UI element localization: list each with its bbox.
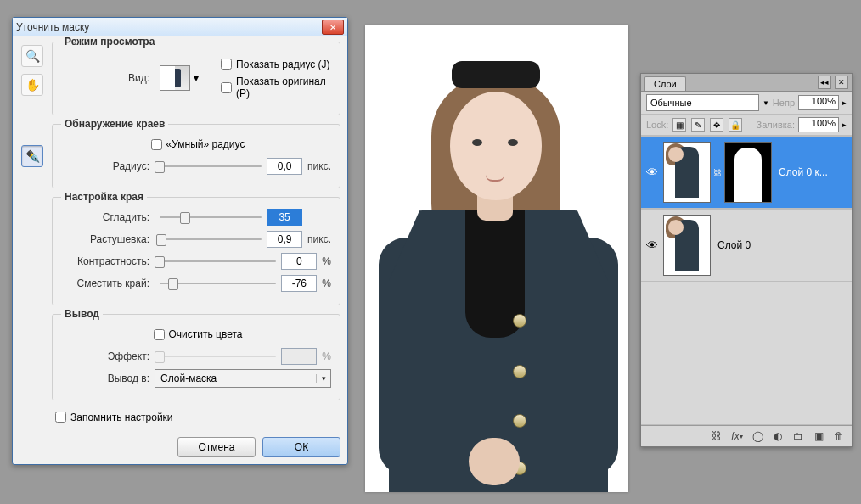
opacity-input[interactable]: 100% (798, 95, 839, 110)
decontaminate-checkbox[interactable] (154, 329, 165, 340)
hand-tool-icon[interactable]: ✋ (21, 74, 43, 96)
show-radius-checkbox[interactable] (221, 59, 232, 70)
view-thumb-icon (160, 65, 190, 91)
chevron-down-icon: ▾ (316, 374, 330, 383)
feather-slider[interactable] (160, 238, 262, 240)
link-layers-icon[interactable]: ⛓ (709, 429, 724, 443)
chevron-down-icon: ▼ (763, 99, 769, 107)
lock-position-icon[interactable]: ✥ (710, 118, 723, 132)
edge-detection-legend: Обнаружение краев (61, 118, 168, 130)
layer-list[interactable]: 👁 ⛓ Слой 0 к... 👁 Слой 0 (641, 136, 852, 425)
show-radius-label: Показать радиус (J) (236, 59, 330, 70)
view-label: Вид: (61, 72, 155, 84)
blend-mode-combo[interactable]: Обычные (646, 94, 759, 111)
contrast-unit: % (322, 255, 331, 267)
shift-edge-slider[interactable] (160, 283, 276, 284)
view-mode-section: Режим просмотра Вид: ▾ Показать радиус (… (52, 42, 340, 115)
new-group-icon[interactable]: 🗀 (791, 429, 806, 443)
radius-label: Радиус: (61, 160, 155, 172)
view-mode-picker[interactable]: ▾ (155, 64, 200, 92)
visibility-icon[interactable]: 👁 (643, 238, 661, 252)
contrast-slider[interactable] (160, 260, 276, 262)
new-layer-icon[interactable]: ▣ (811, 429, 826, 443)
remember-settings-label: Запомнить настройки (70, 412, 173, 423)
lock-transparency-icon[interactable]: ▦ (672, 118, 686, 132)
layer-name[interactable]: Слой 0 к... (774, 166, 850, 178)
canvas-image (365, 25, 628, 492)
link-mask-icon[interactable]: ⛓ (712, 168, 723, 177)
radius-slider[interactable] (160, 165, 262, 167)
smart-radius-label: «Умный» радиус (166, 138, 245, 150)
smooth-label: Сгладить: (61, 211, 155, 223)
radius-unit: пикс. (307, 160, 331, 172)
effect-input (281, 348, 317, 365)
effect-unit: % (322, 350, 331, 362)
output-section: Вывод Очистить цвета Эффект: % Вывод в: … (52, 314, 340, 400)
layers-panel: Слои ◂◂ ✕ Обычные ▼ Непр 100% ▸ Lock: ▦ … (640, 73, 853, 447)
chevron-right-icon[interactable]: ▸ (842, 120, 847, 129)
zoom-tool-icon[interactable]: 🔍 (21, 45, 43, 67)
visibility-icon[interactable]: 👁 (643, 165, 661, 179)
output-legend: Вывод (61, 308, 103, 320)
panel-collapse-icon[interactable]: ◂◂ (818, 76, 831, 89)
fill-input[interactable]: 100% (798, 117, 839, 132)
edge-detection-section: Обнаружение краев «Умный» радиус Радиус:… (52, 124, 340, 188)
add-mask-icon[interactable]: ◯ (750, 429, 765, 443)
shift-edge-input[interactable] (281, 275, 317, 292)
smooth-input[interactable] (267, 209, 302, 226)
layer-fx-icon[interactable]: fx▾ (729, 429, 745, 443)
lock-label: Lock: (646, 120, 668, 130)
document-canvas[interactable] (365, 25, 628, 492)
output-to-combo[interactable]: Слой-маска ▾ (155, 369, 331, 388)
refine-mask-dialog: Уточнить маску ✕ 🔍 ✋ ✒️ Режим просмотра … (12, 17, 348, 465)
adjustment-layer-icon[interactable]: ◐ (770, 429, 785, 443)
panel-tab-strip: Слои ◂◂ ✕ (641, 74, 852, 92)
view-mode-legend: Режим просмотра (61, 36, 158, 48)
layer-mask-thumbnail[interactable] (724, 142, 772, 203)
effect-slider (160, 356, 276, 357)
output-to-label: Вывод в: (61, 372, 155, 384)
layer-thumbnail[interactable] (663, 142, 711, 203)
layer-name[interactable]: Слой 0 (712, 239, 850, 251)
shift-edge-unit: % (322, 277, 331, 289)
contrast-label: Контрастность: (61, 255, 155, 267)
delete-layer-icon[interactable]: 🗑 (831, 429, 847, 443)
tab-layers[interactable]: Слои (644, 76, 686, 91)
refine-brush-tool-icon[interactable]: ✒️ (21, 145, 43, 167)
lock-all-icon[interactable]: 🔒 (729, 118, 742, 132)
show-original-label: Показать оригинал (P) (236, 76, 331, 99)
remember-settings-checkbox[interactable] (55, 412, 66, 423)
close-icon[interactable]: ✕ (322, 20, 344, 35)
opacity-label: Непр (773, 98, 795, 108)
shift-edge-label: Сместить край: (61, 277, 155, 289)
panel-close-icon[interactable]: ✕ (835, 76, 848, 89)
fill-label: Заливка: (757, 120, 795, 130)
layer-thumbnail[interactable] (663, 215, 711, 276)
layers-panel-footer: ⛓ fx▾ ◯ ◐ 🗀 ▣ 🗑 (641, 425, 852, 446)
output-to-value: Слой-маска (155, 372, 316, 384)
smart-radius-checkbox[interactable] (151, 139, 162, 150)
radius-input[interactable] (267, 158, 302, 175)
feather-input[interactable] (267, 231, 302, 248)
blend-mode-value: Обычные (650, 98, 692, 108)
cancel-button[interactable]: Отмена (177, 437, 256, 457)
feather-label: Растушевка: (61, 233, 155, 245)
contrast-input[interactable] (281, 253, 317, 270)
adjust-edge-section: Настройка края Сгладить: пикс. Растушевк… (52, 197, 340, 305)
adjust-edge-legend: Настройка края (61, 191, 147, 203)
decontaminate-label: Очистить цвета (169, 328, 243, 340)
lock-pixels-icon[interactable]: ✎ (691, 118, 705, 132)
effect-label: Эффект: (61, 350, 155, 362)
feather-unit: пикс. (307, 233, 331, 245)
layer-row-layer0-copy[interactable]: 👁 ⛓ Слой 0 к... (641, 136, 852, 209)
chevron-down-icon: ▾ (194, 72, 199, 84)
smooth-slider[interactable] (160, 216, 262, 218)
dialog-title: Уточнить маску (16, 21, 320, 33)
show-original-checkbox[interactable] (221, 82, 232, 93)
chevron-right-icon[interactable]: ▸ (842, 98, 847, 107)
ok-button[interactable]: ОК (262, 437, 340, 457)
layer-row-layer0[interactable]: 👁 Слой 0 (641, 209, 852, 282)
dialog-titlebar[interactable]: Уточнить маску ✕ (13, 18, 347, 36)
